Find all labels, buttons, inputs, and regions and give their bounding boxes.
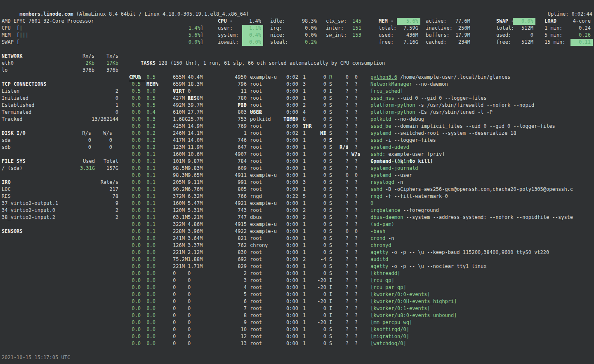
cell-cpu: 0.0 xyxy=(132,179,141,186)
column-header-cpu[interactable]: CPU% xyxy=(129,74,145,81)
cell-pid: 11 xyxy=(206,88,247,95)
process-row[interactable]: 0.00.0003root0:001-20I??[rcu_gp] xyxy=(129,277,594,284)
process-row[interactable]: 0.00.1205M9.11M991root0:0030S??rsyslogd-… xyxy=(129,179,594,186)
process-row[interactable]: >5.20.5655M40.4M4950example-u0:0210R00py… xyxy=(129,74,594,81)
process-row[interactable]: 0.00.1160M10.6M4907root0:0010S??sshd:exa… xyxy=(129,151,594,158)
cell-command: systemd--user xyxy=(370,172,594,179)
process-row[interactable]: 0.00.1228M3.96M4922example-u0:0010S00-ba… xyxy=(129,228,594,235)
process-row[interactable]: 0.00.1101M9.87M784root0:0010S??systemd-l… xyxy=(129,158,594,165)
cell-mem: 0.2 xyxy=(146,123,156,130)
process-row[interactable]: 0.00.5427M39.8M780root0:0010S??sssd_nss-… xyxy=(129,95,594,102)
process-row[interactable]: 0.00.1120M5.31M743root0:0020S??irqbalanc… xyxy=(129,207,594,214)
process-row[interactable]: 0.00.0009root0:001-20I??[mm_percpu_wq] xyxy=(129,319,594,326)
column-header-res[interactable]: RES xyxy=(188,95,197,102)
cell-write-rate: ? xyxy=(350,291,358,298)
process-row[interactable]: 0.00.00010root0:0010S??[ksoftirqd/0] xyxy=(129,326,594,333)
process-row[interactable]: 0.00.0002root0:0010S??[kthreadd] xyxy=(129,270,594,277)
command-name: platform-python xyxy=(370,102,415,108)
process-row[interactable]: 0.00.0006root0:001-20I??[kworker/0:0H-ev… xyxy=(129,298,594,305)
process-row[interactable]: 0.00.0004root0:001-20I??[rcu_par_gp] xyxy=(129,284,594,291)
process-row[interactable]: 0.00.0221M1.71M829root0:0010S??agetty-o … xyxy=(129,263,594,270)
cell-pid: 4921 xyxy=(206,200,247,207)
cell-thr: 1 xyxy=(303,165,309,172)
process-row[interactable]: 0.00.2425M14.9M769root0:0010S??sssd_be--… xyxy=(129,123,594,130)
process-row[interactable]: 0.00.4610M27.7M803root0:0040S??platform-… xyxy=(129,109,594,116)
column-header-user[interactable]: USER xyxy=(250,109,262,116)
cpu-stat-value: 1.4% xyxy=(242,18,261,25)
sort-cursor xyxy=(129,172,132,179)
process-row[interactable]: 0.50.00011root0:0010I??[rcu_sched] xyxy=(129,88,594,95)
cell-user: root xyxy=(250,284,282,291)
command-name: [mm_percpu_wq] xyxy=(370,319,412,325)
cell-state: S xyxy=(329,256,335,263)
process-row[interactable]: 0.00.198.5M9.83M609root0:0010S??systemd-… xyxy=(129,165,594,172)
process-row[interactable]: 0.00.1322M4.86M4915example-u0:0010S??(sd… xyxy=(129,221,594,228)
cpu-stat-value: 145 xyxy=(342,18,361,25)
cell-read-rate: ? xyxy=(338,116,349,123)
cell-virt: 241M xyxy=(173,235,188,242)
gauge-bar: | xyxy=(19,25,22,32)
process-row[interactable]: 0.00.2417M14.0M746root0:0010S??sssd-i --… xyxy=(129,137,594,144)
cell-time: 0:00 xyxy=(282,179,298,186)
sidebar-row-name: sdb xyxy=(2,144,11,150)
cell-command: systemd-journald xyxy=(370,165,594,172)
process-row[interactable]: 0.00.2246M14.1M1root0:0210S??systemd--sw… xyxy=(129,130,594,137)
uptime-value: 0:02:44 xyxy=(571,11,592,17)
cell-time: 0:00 xyxy=(282,151,298,158)
process-row[interactable]: 0.00.198.3M9.65M4911example-u0:0010S00sy… xyxy=(129,172,594,179)
column-header-ws[interactable]: W/s xyxy=(351,151,361,158)
sort-cursor xyxy=(129,333,132,340)
cell-write-rate: ? xyxy=(350,200,358,207)
glances-terminal[interactable]: members.linode.com(AlmaLinux 8.4 64bit /… xyxy=(0,0,594,364)
column-header-time[interactable]: TIME+ xyxy=(283,116,298,123)
process-row[interactable]: 0.00.0126M3.37M762chrony0:0010S??chronyd xyxy=(129,242,594,249)
process-row[interactable]: 0.00.0005root0:0010I??[kworker/0:0-event… xyxy=(129,291,594,298)
process-row[interactable]: 0.00.190.2M6.76M805root0:0010S??sshd-D -… xyxy=(129,186,594,193)
process-row[interactable]: 0.50.2659M18.3M796root0:0030S??NetworkMa… xyxy=(129,81,594,88)
process-rows: >5.20.5655M40.4M4950example-u0:0210R00py… xyxy=(129,74,594,347)
cell-command: [rcu_gp] xyxy=(370,277,594,284)
column-header-ni[interactable]: NI xyxy=(320,130,326,137)
cell-read-rate: ? xyxy=(338,207,349,214)
cell-user: root xyxy=(250,235,282,242)
cell-mem: 0.2 xyxy=(146,130,156,137)
cell-command: [kworker/0:0-events] xyxy=(370,291,594,298)
cell-cpu: 0.0 xyxy=(132,291,141,298)
column-header-rs[interactable]: R/s xyxy=(339,144,349,151)
column-header-pid[interactable]: PID xyxy=(238,102,247,109)
sidebar-section-title: FILE SYSUsedTotal xyxy=(2,158,119,165)
column-header-s[interactable]: S xyxy=(329,137,332,144)
command-args: --switched-root --system --deserialize 1… xyxy=(394,130,516,136)
column-header-thr[interactable]: THR xyxy=(303,123,312,130)
cell-ni: 0 xyxy=(309,172,326,179)
mem-stat-value: 7.16G xyxy=(397,39,418,46)
column-header-mem[interactable]: MEM% xyxy=(146,81,158,88)
cell-read-rate: ? xyxy=(338,312,349,319)
mem-stat-value: 234M xyxy=(452,39,470,46)
load-stat-row: 5 min:0.26 xyxy=(544,32,592,39)
command-name: auditd xyxy=(370,256,388,262)
process-row[interactable]: 0.00.31.68G25.7M753polkitd0:0080S??polki… xyxy=(129,116,594,123)
process-row[interactable]: 0.00.0008root0:0010I??[kworker/u8:0-even… xyxy=(129,312,594,319)
process-row[interactable]: 0.00.2123M11.9M647root0:0010S??systemd-u… xyxy=(129,144,594,151)
process-row[interactable]: 0.00.5492M39.7M783root0:0020S??platform-… xyxy=(129,102,594,109)
cell-user: root xyxy=(250,291,282,298)
cell-pid: 743 xyxy=(206,207,247,214)
process-row[interactable]: 0.00.00012root0:0010S??[migration/0] xyxy=(129,333,594,340)
process-row[interactable]: 0.00.075.2M1.88M692root0:002-4S??auditd xyxy=(129,256,594,263)
process-row[interactable]: 0.00.0221M2.12M830root0:0010S??agetty-o … xyxy=(129,249,594,256)
process-row[interactable]: 0.00.00013root0:0010S??[watchdog/0] xyxy=(129,340,594,347)
sidebar-row: Established1 xyxy=(2,102,119,109)
cell-cpu: 0.0 xyxy=(132,298,141,305)
column-header-virt[interactable]: VIRT xyxy=(173,88,185,95)
process-row[interactable]: 0.00.0241M3.64M821root0:0010S??crond-n xyxy=(129,235,594,242)
process-row[interactable]: 0.00.0007root0:0010I??[kworker/0:1-event… xyxy=(129,305,594,312)
process-row[interactable]: 0.00.1372M6.32M766rngd0:2250S??rngd-f --… xyxy=(129,193,594,200)
cell-res: 2.12M xyxy=(188,249,206,256)
cell-write-rate: ? xyxy=(350,207,358,214)
mem-stat-row: MEM -5.6%active:77.6M xyxy=(379,18,474,25)
mem-stat-label: MEM - xyxy=(379,18,394,25)
cell-ni: 0 xyxy=(309,144,326,151)
process-row[interactable]: 0.00.1160M5.47M4921example-u0:0010S??0 xyxy=(129,200,594,207)
process-row[interactable]: 0.00.163.1M5.21M747dbus0:0020S??dbus-dae… xyxy=(129,214,594,221)
